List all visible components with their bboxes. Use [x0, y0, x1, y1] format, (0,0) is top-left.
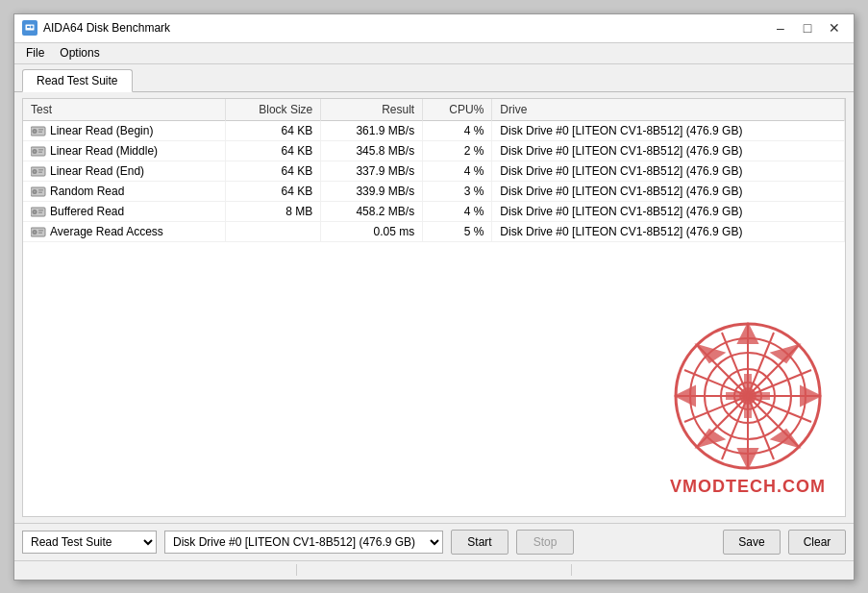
status-left: [22, 564, 297, 576]
cell-block-size: 64 KB: [225, 161, 320, 181]
cell-block-size: 64 KB: [225, 140, 320, 161]
cell-result: 345.8 MB/s: [321, 140, 423, 161]
svg-rect-6: [38, 129, 43, 131]
watermark: VMODTECH.COM: [670, 319, 826, 497]
cell-drive: Disk Drive #0 [LITEON CV1-8B512] (476.9 …: [492, 161, 845, 181]
table-row: Linear Read (Middle) 64 KB 345.8 MB/s 2 …: [23, 140, 845, 161]
cell-cpu: 4 %: [423, 161, 492, 181]
svg-marker-52: [697, 430, 724, 447]
svg-point-33: [676, 324, 820, 468]
cell-cpu: 3 %: [423, 181, 492, 201]
bottom-bar: Read Test SuiteWrite Test SuiteCache Tes…: [14, 523, 854, 560]
cell-result: 0.05 ms: [321, 221, 423, 241]
cell-cpu: 5 %: [423, 221, 492, 241]
svg-point-35: [705, 353, 791, 439]
svg-rect-21: [38, 189, 43, 191]
svg-point-10: [34, 150, 36, 152]
minimize-button[interactable]: –: [769, 19, 792, 37]
results-table-container: Test Block Size Result CPU% Drive: [22, 98, 846, 517]
cell-test: Random Read: [23, 181, 225, 201]
cell-drive: Disk Drive #0 [LITEON CV1-8B512] (476.9 …: [492, 221, 845, 241]
cell-drive: Disk Drive #0 [LITEON CV1-8B512] (476.9 …: [492, 201, 845, 221]
cell-test: Linear Read (Middle): [23, 140, 225, 161]
disk-icon: [31, 207, 46, 217]
svg-point-37: [734, 383, 761, 409]
tabs-bar: Read Test Suite: [14, 64, 854, 92]
svg-marker-53: [772, 430, 799, 447]
svg-rect-56: [756, 393, 769, 399]
svg-marker-48: [676, 386, 695, 406]
disk-icon: [31, 227, 46, 237]
svg-rect-17: [38, 171, 42, 173]
cell-test: Average Read Access: [23, 221, 225, 241]
disk-icon: [31, 146, 46, 157]
tab-read-test-suite[interactable]: Read Test Suite: [22, 69, 133, 92]
col-header-block-size: Block Size: [225, 99, 320, 121]
results-table: Test Block Size Result CPU% Drive: [23, 99, 845, 242]
close-button[interactable]: ✕: [823, 19, 846, 37]
app-icon: [22, 20, 37, 36]
svg-marker-47: [738, 449, 757, 468]
table-row: Linear Read (End) 64 KB 337.9 MB/s 4 % D…: [23, 161, 845, 181]
svg-rect-27: [38, 211, 42, 213]
svg-point-15: [34, 170, 36, 172]
svg-line-43: [722, 333, 774, 459]
table-row: Average Read Access 0.05 ms 5 % Disk Dri…: [23, 221, 845, 241]
cell-block-size: 8 MB: [225, 201, 320, 221]
svg-rect-55: [727, 393, 740, 399]
window-title: AIDA64 Disk Benchmark: [43, 21, 769, 35]
menu-options[interactable]: Options: [52, 44, 107, 62]
table-row: Random Read 64 KB 339.9 MB/s 3 % Disk Dr…: [23, 181, 845, 201]
cell-cpu: 4 %: [423, 120, 492, 140]
svg-point-20: [34, 190, 36, 192]
start-button[interactable]: Start: [451, 530, 508, 555]
svg-rect-58: [745, 404, 751, 417]
svg-line-40: [697, 345, 799, 447]
svg-marker-49: [801, 386, 820, 406]
svg-rect-57: [745, 375, 751, 388]
save-button[interactable]: Save: [723, 530, 781, 555]
svg-line-44: [684, 370, 811, 422]
svg-rect-54: [740, 388, 756, 404]
cell-drive: Disk Drive #0 [LITEON CV1-8B512] (476.9 …: [492, 140, 845, 161]
svg-rect-12: [38, 151, 42, 153]
svg-point-34: [690, 338, 806, 454]
main-window: AIDA64 Disk Benchmark – □ ✕ File Options…: [13, 13, 855, 581]
svg-rect-32: [38, 232, 42, 234]
svg-rect-26: [38, 210, 43, 211]
disk-icon: [31, 166, 46, 177]
col-header-result: Result: [321, 99, 423, 121]
cell-test: Linear Read (End): [23, 161, 225, 181]
cell-result: 361.9 MB/s: [321, 120, 423, 140]
col-header-drive: Drive: [492, 99, 845, 121]
svg-rect-22: [38, 191, 42, 193]
watermark-text: VMODTECH.COM: [670, 477, 826, 497]
svg-line-42: [684, 370, 811, 422]
svg-marker-50: [697, 345, 724, 362]
disk-icon: [31, 186, 46, 197]
clear-button[interactable]: Clear: [788, 530, 846, 555]
status-bar: [14, 560, 854, 580]
menu-file[interactable]: File: [18, 44, 52, 62]
status-right: [572, 564, 846, 576]
svg-point-36: [721, 369, 775, 423]
menu-bar: File Options: [14, 43, 854, 64]
maximize-button[interactable]: □: [796, 19, 819, 37]
svg-point-30: [34, 231, 36, 233]
disk-icon: [31, 126, 46, 136]
svg-rect-31: [38, 230, 43, 232]
cell-drive: Disk Drive #0 [LITEON CV1-8B512] (476.9 …: [492, 120, 845, 140]
cell-result: 337.9 MB/s: [321, 161, 423, 181]
cell-result: 458.2 MB/s: [321, 201, 423, 221]
drive-select[interactable]: Disk Drive #0 [LITEON CV1-8B512] (476.9 …: [164, 531, 443, 554]
title-bar: AIDA64 Disk Benchmark – □ ✕: [14, 14, 854, 43]
cell-drive: Disk Drive #0 [LITEON CV1-8B512] (476.9 …: [492, 181, 845, 201]
content-area: Test Block Size Result CPU% Drive: [14, 92, 854, 523]
col-header-cpu: CPU%: [423, 99, 492, 121]
cell-cpu: 4 %: [423, 201, 492, 221]
suite-select[interactable]: Read Test SuiteWrite Test SuiteCache Tes…: [22, 531, 157, 554]
col-header-test: Test: [23, 99, 225, 121]
cell-block-size: [225, 221, 320, 241]
stop-button[interactable]: Stop: [516, 530, 574, 555]
svg-rect-16: [38, 169, 43, 171]
